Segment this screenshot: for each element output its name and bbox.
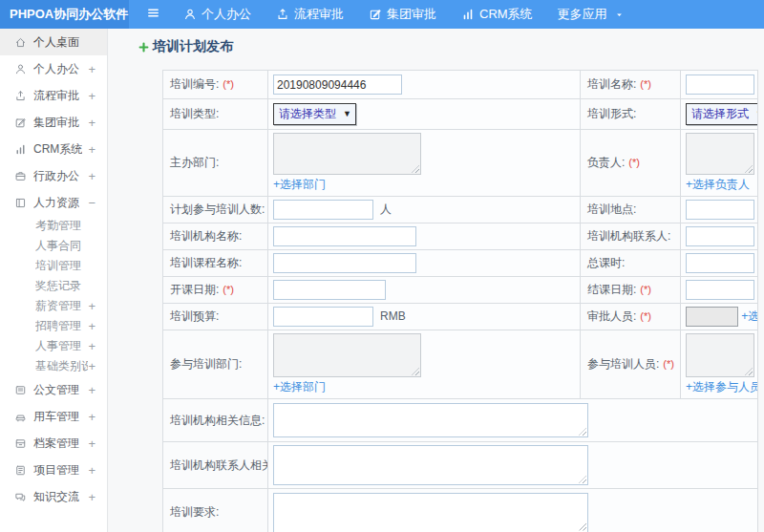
- org-info-textarea[interactable]: [273, 403, 588, 437]
- sidebar-subitem-label: 招聘管理: [35, 318, 81, 334]
- course-name-input[interactable]: [273, 253, 416, 273]
- leader-textarea[interactable]: [686, 133, 754, 175]
- org-contact-info-label: 培训机构联系人相关信息:: [163, 442, 268, 489]
- main-content: 培训计划发布 培训编号:(*)培训名称:(*)培训类型:请选择类型▼培训形式:请…: [109, 29, 764, 532]
- sidebar-item-3[interactable]: 流程审批+: [0, 82, 107, 109]
- sidebar-item-label: 用车管理: [33, 409, 79, 425]
- sidebar-subitem-7-7[interactable]: 人事管理+: [0, 336, 107, 356]
- planned-count-field-cell: 人: [268, 197, 581, 223]
- training-requirements-textarea[interactable]: [273, 493, 588, 532]
- form-row-7: 开课日期:(*)结课日期:(*): [163, 277, 758, 304]
- training-form-label: 培训形式:: [581, 99, 681, 130]
- training-name-input[interactable]: [686, 74, 754, 95]
- topnav-item-5[interactable]: 更多应用: [545, 0, 637, 29]
- required-marker: (*): [628, 157, 640, 168]
- topnav-item-4[interactable]: CRM系统: [449, 0, 545, 29]
- sidebar-item-12[interactable]: 知识交流+: [0, 483, 107, 510]
- expand-toggle-icon[interactable]: +: [88, 464, 96, 477]
- textarea-wrap: [273, 493, 588, 532]
- sidebar-subitem-label: 培训管理: [35, 258, 81, 274]
- participating-departments-label: 参与培训部门:: [163, 330, 268, 399]
- sidebar-subitem-7-5[interactable]: 薪资管理+: [0, 296, 107, 316]
- sidebar-subitem-7-1[interactable]: 考勤管理: [0, 216, 107, 236]
- participating-persons-picker-link[interactable]: +选择参与人员: [686, 379, 757, 395]
- topnav-item-2[interactable]: 流程审批: [264, 0, 356, 29]
- form-row-2: 培训类型:请选择类型▼培训形式:请选择形式▼: [163, 99, 758, 130]
- topnav-item-1[interactable]: 个人办公: [171, 0, 264, 29]
- sidebar-subitem-7-4[interactable]: 奖惩记录: [0, 276, 107, 296]
- sidebar-item-1[interactable]: 个人桌面: [0, 29, 107, 55]
- user-icon: [14, 63, 27, 75]
- form-row-5: 培训机构名称:培训机构联系人:: [163, 223, 758, 250]
- sidebar-item-8[interactable]: 公文管理+: [0, 376, 107, 403]
- expand-toggle-icon[interactable]: +: [88, 411, 96, 423]
- expand-toggle-icon[interactable]: +: [88, 384, 96, 396]
- expand-toggle-icon[interactable]: +: [88, 63, 96, 75]
- planned-count-input[interactable]: [273, 200, 373, 220]
- hamburger-icon[interactable]: [135, 0, 171, 29]
- end-date-input[interactable]: [686, 280, 754, 300]
- expand-toggle-icon[interactable]: +: [88, 360, 96, 372]
- training-no-input[interactable]: [273, 74, 402, 95]
- total-hours-label: 总课时:: [581, 250, 681, 277]
- sidebar-subitem-7-6[interactable]: 招聘管理+: [0, 316, 107, 336]
- field-wrap: RMB: [273, 309, 406, 323]
- required-marker: (*): [223, 284, 234, 295]
- expand-toggle-icon[interactable]: +: [88, 90, 96, 102]
- sidebar-item-2[interactable]: 个人办公+: [0, 55, 107, 82]
- textarea-wrap: [273, 133, 421, 175]
- budget-input[interactable]: [273, 307, 373, 327]
- expand-toggle-icon[interactable]: +: [88, 117, 96, 129]
- textarea-wrap: [273, 333, 421, 377]
- expand-toggle-icon[interactable]: +: [88, 320, 96, 332]
- host-department-textarea[interactable]: [273, 133, 421, 175]
- org-name-input[interactable]: [273, 226, 416, 246]
- participating-persons-textarea[interactable]: [686, 333, 754, 377]
- topnav-item-3[interactable]: 集团审批: [356, 0, 449, 29]
- start-date-input[interactable]: [273, 280, 386, 300]
- sidebar-item-11[interactable]: 项目管理+: [0, 457, 107, 483]
- total-hours-input[interactable]: [686, 253, 754, 273]
- approver-picker-link[interactable]: +选择审批人员: [741, 309, 757, 323]
- hamburger-icon: [146, 6, 160, 23]
- org-contact-info-textarea[interactable]: [273, 445, 588, 485]
- sidebar-item-6[interactable]: 行政办公+: [0, 162, 107, 189]
- sidebar-item-5[interactable]: CRM系统+: [0, 136, 107, 162]
- sidebar-subitem-7-8[interactable]: 基础类别设置+: [0, 356, 107, 376]
- textarea-wrap: [273, 403, 588, 437]
- field-wrap: [273, 256, 416, 269]
- training-no-label: 培训编号:(*): [163, 71, 268, 99]
- field-wrap: [273, 283, 386, 296]
- sidebar-item-9[interactable]: 用车管理+: [0, 403, 107, 430]
- upload-icon: [276, 8, 289, 21]
- expand-toggle-icon[interactable]: −: [88, 197, 96, 209]
- chart-icon: [461, 8, 475, 21]
- participating-departments-textarea[interactable]: [273, 333, 421, 377]
- caret-down-icon: ▼: [343, 110, 351, 118]
- total-hours-field-cell: [681, 250, 758, 277]
- training-location-input[interactable]: [686, 200, 754, 220]
- sidebar-item-10[interactable]: 档案管理+: [0, 430, 107, 457]
- expand-toggle-icon[interactable]: +: [88, 437, 96, 450]
- org-contact-info-field-cell: [268, 442, 758, 489]
- expand-toggle-icon[interactable]: +: [88, 300, 96, 312]
- training-type-select[interactable]: 请选择类型▼: [273, 103, 356, 125]
- sidebar-item-label: 知识交流: [33, 489, 79, 505]
- org-contact-input[interactable]: [686, 226, 754, 246]
- host-department-picker-link[interactable]: +选择部门: [273, 177, 580, 193]
- expand-toggle-icon[interactable]: +: [88, 491, 96, 503]
- sidebar-item-7[interactable]: 人力资源−: [0, 189, 107, 216]
- field-wrap: [273, 229, 416, 243]
- expand-toggle-icon[interactable]: +: [88, 143, 96, 156]
- approver-input[interactable]: [686, 307, 738, 327]
- sidebar-subitem-label: 薪资管理: [35, 298, 81, 314]
- sidebar-item-label: 行政办公: [33, 168, 79, 184]
- leader-picker-link[interactable]: +选择负责人: [686, 177, 757, 193]
- sidebar-subitem-7-3[interactable]: 培训管理: [0, 256, 107, 276]
- expand-toggle-icon[interactable]: +: [88, 340, 96, 352]
- participating-departments-picker-link[interactable]: +选择部门: [273, 379, 580, 395]
- training-form-select[interactable]: 请选择形式▼: [686, 103, 758, 125]
- expand-toggle-icon[interactable]: +: [88, 170, 96, 182]
- sidebar-subitem-7-2[interactable]: 人事合同: [0, 236, 107, 256]
- sidebar-item-4[interactable]: 集团审批+: [0, 109, 107, 136]
